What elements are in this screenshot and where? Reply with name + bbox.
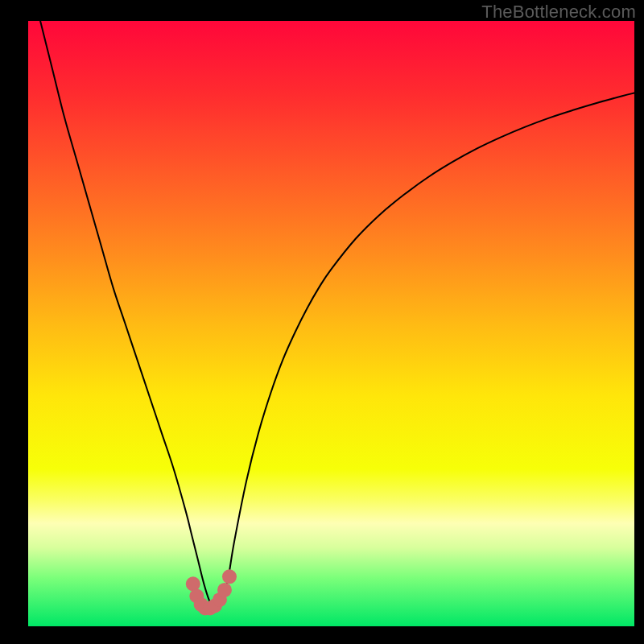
watermark-text: TheBottleneck.com (481, 2, 636, 23)
sweet-spot-marker (222, 569, 237, 584)
sweet-spot-marker (217, 583, 232, 597)
chart-background (28, 21, 634, 626)
chart-plot-area (28, 21, 634, 626)
chart-frame: TheBottleneck.com (0, 0, 644, 644)
chart-svg (28, 21, 634, 626)
